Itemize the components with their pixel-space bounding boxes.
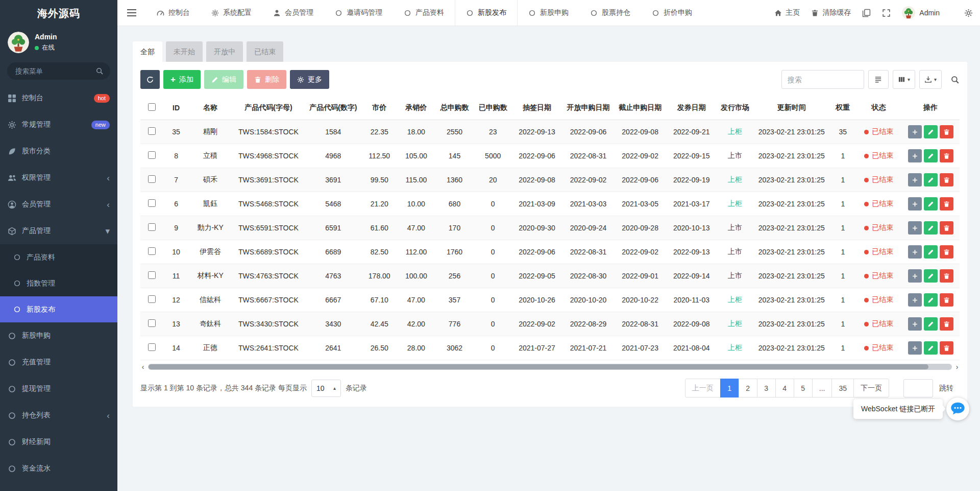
export-button[interactable]: ▾ [919,70,942,89]
delete-row-button[interactable] [940,173,953,186]
market-link[interactable]: 上柜 [728,127,742,135]
horizontal-scrollbar[interactable]: ‹ › [140,363,960,370]
row-checkbox[interactable] [148,343,156,351]
sidebar-item[interactable]: 新股申购 [0,322,117,349]
column-header[interactable]: 操作 [901,96,960,120]
page-button[interactable]: 5 [794,379,813,398]
edit-row-button[interactable] [924,149,938,162]
row-checkbox[interactable] [148,223,156,231]
column-header[interactable]: 市价 [361,96,398,120]
column-header[interactable]: 开放申购日期 [562,96,615,120]
market-link[interactable]: 上柜 [728,343,742,352]
filter-tab[interactable]: 全部 [133,41,162,62]
sidebar-subitem[interactable]: 新股发布 [0,296,117,322]
delete-row-button[interactable] [940,245,953,259]
market-link[interactable]: 上柜 [728,319,742,328]
edit-row-button[interactable] [924,341,938,355]
menu-search-input[interactable] [7,62,110,80]
scrollbar-thumb[interactable] [149,364,928,369]
page-button[interactable]: 下一页 [853,379,889,398]
column-header[interactable]: 发行市场 [717,96,753,120]
sidebar-item[interactable]: 提现管理 [0,376,117,402]
column-header[interactable]: 已申购数 [474,96,511,120]
edit-row-button[interactable] [924,269,938,283]
column-header[interactable]: 状态 [856,96,901,120]
edit-row-button[interactable] [924,317,938,331]
delete-row-button[interactable] [940,149,953,162]
market-link[interactable]: 上柜 [728,295,742,303]
sidebar-item[interactable]: 控制台hot [0,85,117,111]
row-checkbox[interactable] [148,295,156,303]
scrollbar-track[interactable] [148,364,952,370]
column-header[interactable]: 更新时间 [753,96,830,120]
market-link[interactable]: 上市 [728,271,742,279]
expand-row-button[interactable] [908,197,922,211]
sidebar-item[interactable]: 充值管理 [0,349,117,376]
column-header[interactable]: 权重 [830,96,856,120]
clear-cache-link[interactable]: 清除缓存 [811,8,851,17]
expand-row-button[interactable] [908,293,922,307]
page-button[interactable]: 1 [720,379,739,398]
column-header[interactable]: 截止申购日期 [614,96,666,120]
columns-button[interactable]: ▾ [893,70,915,89]
edit-row-button[interactable] [924,293,938,307]
expand-row-button[interactable] [908,125,922,138]
column-header[interactable]: 产品代码(数字) [305,96,361,120]
page-button[interactable]: 4 [775,379,794,398]
edit-button[interactable]: 编辑 [204,70,243,89]
search-icon[interactable] [950,75,960,84]
market-link[interactable]: 上市 [728,151,742,159]
sidebar-item[interactable]: 权限管理‹ [0,165,117,191]
market-link[interactable]: 上市 [728,247,742,255]
nav-tab[interactable]: 产品资料 [393,0,455,26]
column-header[interactable]: 名称 [189,96,231,120]
fullscreen-icon[interactable] [882,9,891,17]
row-checkbox[interactable] [148,319,156,327]
home-link[interactable]: 主页 [774,8,800,17]
jump-button[interactable]: 跳转 [933,379,960,398]
delete-row-button[interactable] [940,197,953,211]
more-button[interactable]: 更多 [290,70,329,89]
expand-row-button[interactable] [908,221,922,235]
sidebar-item[interactable]: 产品管理▾ [0,218,117,244]
row-checkbox[interactable] [148,247,156,255]
edit-row-button[interactable] [924,125,938,138]
detail-view-button[interactable] [868,70,889,89]
jump-page-input[interactable] [903,379,933,398]
column-header[interactable]: 产品代码(字母) [232,96,305,120]
scroll-left-icon[interactable]: ‹ [140,363,145,370]
column-header[interactable]: 总申购数 [435,96,474,120]
delete-row-button[interactable] [940,221,953,235]
page-button[interactable]: 35 [831,379,854,398]
market-link[interactable]: 上市 [728,223,742,231]
delete-row-button[interactable] [940,269,953,283]
nav-tab[interactable]: 股票持仓 [579,0,641,26]
select-all-checkbox[interactable] [148,103,156,111]
column-header[interactable]: 承销价 [398,96,435,120]
row-checkbox[interactable] [148,199,156,207]
sidebar-item[interactable]: 资金流水 [0,455,117,482]
delete-button[interactable]: 删除 [247,70,286,89]
page-button[interactable]: 3 [757,379,776,398]
edit-row-button[interactable] [924,245,938,259]
scroll-right-icon[interactable]: › [954,363,960,370]
delete-row-button[interactable] [940,293,953,307]
expand-row-button[interactable] [908,317,922,331]
column-header[interactable]: ID [163,96,189,120]
add-button[interactable]: +添加 [163,70,201,89]
row-checkbox[interactable] [148,271,156,279]
sidebar-subitem[interactable]: 产品资料 [0,244,117,270]
refresh-button[interactable] [140,70,160,89]
expand-row-button[interactable] [908,269,922,283]
nav-tab[interactable]: 会员管理 [262,0,324,26]
delete-row-button[interactable] [940,125,953,138]
edit-row-button[interactable] [924,173,938,186]
delete-row-button[interactable] [940,341,953,355]
nav-tab[interactable]: 新股发布 [455,0,518,26]
page-button[interactable]: ... [812,379,832,398]
expand-row-button[interactable] [908,341,922,355]
filter-tab[interactable]: 已结束 [247,41,283,62]
expand-row-button[interactable] [908,173,922,186]
page-size-select[interactable]: 10 ▴ [311,380,341,397]
sidebar-item[interactable]: 会员管理‹ [0,191,117,218]
